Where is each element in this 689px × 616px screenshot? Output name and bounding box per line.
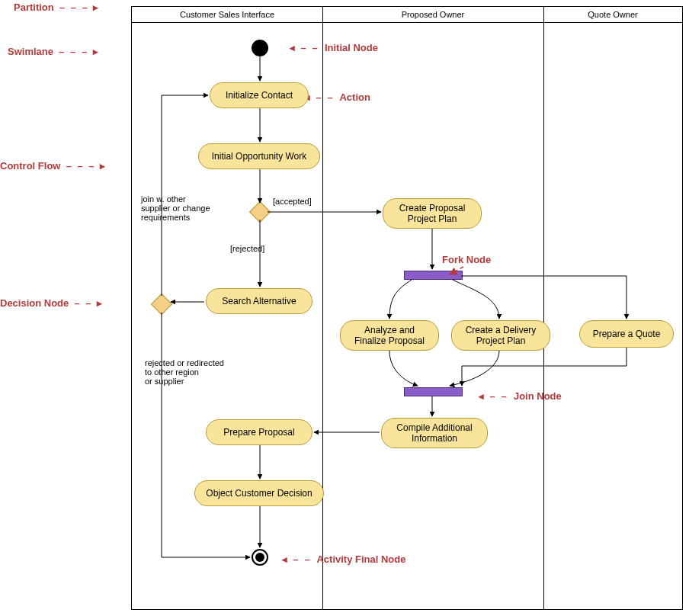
lane-header-2: Proposed Owner <box>322 7 543 23</box>
annot-final: ◂ – – Activity Final Node <box>282 553 405 565</box>
final-node <box>252 549 268 566</box>
action-init-opp: Initial Opportunity Work <box>198 143 320 169</box>
annot-join: ◂ – – Join Node <box>479 390 562 402</box>
action-analyze: Analyze and Finalize Proposal <box>340 320 439 351</box>
fork-bar <box>404 271 463 280</box>
action-delivery: Create a Delivery Project Plan <box>451 320 550 351</box>
action-quote: Prepare a Quote <box>579 320 674 348</box>
guard-rejected: [rejected] <box>230 244 264 253</box>
guard-accepted: [accepted] <box>273 197 312 206</box>
lane-col-3 <box>543 7 682 609</box>
initial-node <box>252 40 268 56</box>
action-search-alt: Search Alternative <box>206 288 312 314</box>
annot-controlflow: Control Flow – – – ▸ <box>0 160 107 172</box>
guard-join-text: join w. other supplier or change require… <box>141 194 210 222</box>
action-init-contact: Initialize Contact <box>210 82 309 108</box>
guard-rejected-text: rejected or redirected to other region o… <box>145 358 224 386</box>
action-compile: Compile Additional Information <box>381 418 488 448</box>
annot-swimlane: Swimlane – – – ▸ <box>8 46 100 57</box>
lane-header-3: Quote Owner <box>543 7 682 23</box>
diagram-canvas: Customer Sales Interface Proposed Owner … <box>0 0 689 616</box>
action-object-decision: Object Customer Decision <box>194 480 324 506</box>
action-create-plan: Create Proposal Project Plan <box>383 198 482 229</box>
action-prepare-proposal: Prepare Proposal <box>206 419 312 445</box>
annot-initial: ◂ – – Initial Node <box>290 42 378 53</box>
lane-header-1: Customer Sales Interface <box>132 7 322 23</box>
annot-action: ◂ – – Action <box>305 91 370 103</box>
annot-fork: Fork Node <box>442 254 491 265</box>
annot-decision: Decision Node – – ▸ <box>0 297 104 309</box>
annot-partition: Partition – – – ▸ <box>14 2 101 13</box>
join-bar <box>404 387 463 396</box>
